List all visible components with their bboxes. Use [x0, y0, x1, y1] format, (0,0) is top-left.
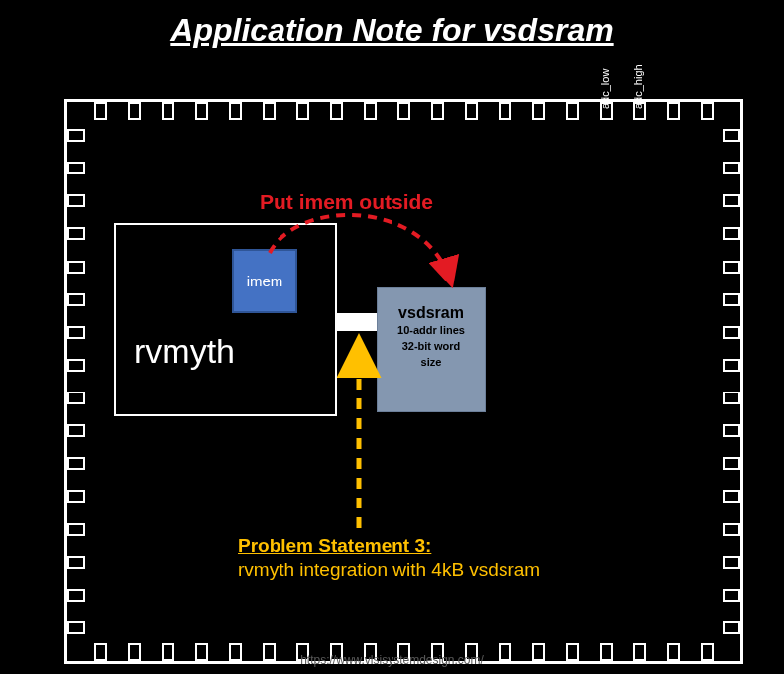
- pin: [296, 102, 309, 120]
- vsdsram-line1: 10-addr lines: [378, 324, 485, 338]
- pin: [67, 293, 85, 306]
- pin: [723, 326, 740, 339]
- rvmyth-block: [114, 223, 337, 416]
- pin: [499, 102, 511, 120]
- page-title: Application Note for vsdsram: [0, 0, 784, 49]
- pin: [67, 392, 85, 404]
- pin-label-adc-low: adc_low: [599, 69, 611, 109]
- pin-label-adc-high: adc_high: [632, 64, 644, 109]
- pin: [723, 359, 740, 372]
- problem-statement: Problem Statement 3: rvmyth integration …: [238, 535, 674, 581]
- vsdsram-block: vsdsram 10-addr lines 32-bit word size: [377, 287, 486, 412]
- rvmyth-label: rvmyth: [134, 332, 235, 371]
- imem-label: imem: [247, 273, 283, 289]
- pin: [723, 621, 740, 634]
- footer-url: https://www.vlsisystemdesign.com/: [0, 653, 784, 667]
- vsdsram-line2: 32-bit word: [378, 340, 485, 354]
- pin: [723, 261, 740, 274]
- pin: [67, 162, 85, 174]
- pin: [67, 490, 85, 503]
- vsdsram-line3: size: [378, 356, 485, 370]
- pin: [67, 326, 85, 339]
- bus-connector: [337, 313, 377, 331]
- pin: [723, 457, 740, 470]
- pin: [723, 162, 740, 174]
- pin: [67, 589, 85, 602]
- pin: [128, 102, 141, 120]
- pin: [67, 359, 85, 372]
- pin: [67, 129, 85, 142]
- pins-right: [723, 129, 740, 634]
- pin: [667, 102, 680, 120]
- pin: [67, 523, 85, 536]
- pin: [723, 523, 740, 536]
- pins-top: [94, 102, 714, 120]
- pin: [723, 392, 740, 404]
- pin: [162, 102, 174, 120]
- pin: [330, 102, 343, 120]
- pin: [229, 102, 242, 120]
- pin: [67, 457, 85, 470]
- pins-left: [67, 129, 85, 634]
- pin: [532, 102, 545, 120]
- pin: [397, 102, 410, 120]
- annotation-put-outside: Put imem outside: [260, 190, 433, 214]
- pin: [723, 293, 740, 306]
- pin: [723, 227, 740, 240]
- pin: [723, 424, 740, 437]
- pin: [67, 621, 85, 634]
- pin: [566, 102, 579, 120]
- problem-text: rvmyth integration with 4kB vsdsram: [238, 559, 674, 581]
- pin: [94, 102, 107, 120]
- pin: [67, 556, 85, 569]
- pin: [723, 556, 740, 569]
- pin: [195, 102, 208, 120]
- pin: [263, 102, 276, 120]
- pin: [67, 194, 85, 207]
- vsdsram-title: vsdsram: [378, 304, 485, 322]
- pin: [465, 102, 478, 120]
- pin: [364, 102, 377, 120]
- pin: [701, 102, 714, 120]
- pin: [67, 424, 85, 437]
- problem-heading: Problem Statement 3:: [238, 535, 674, 557]
- pin: [723, 589, 740, 602]
- imem-block: imem: [232, 249, 297, 313]
- pin: [723, 490, 740, 503]
- pin: [723, 194, 740, 207]
- pin: [67, 261, 85, 274]
- pin: [723, 129, 740, 142]
- pin: [431, 102, 444, 120]
- pin: [67, 227, 85, 240]
